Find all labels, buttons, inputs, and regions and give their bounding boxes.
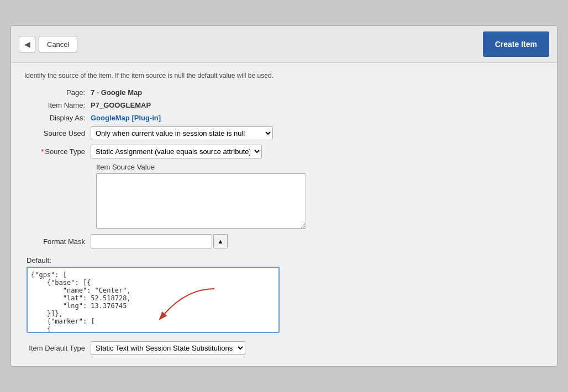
item-source-label: Item Source Value [96, 163, 544, 171]
source-type-label: *Source Type [24, 147, 91, 156]
source-used-select[interactable]: Only when current value in session state… [91, 126, 273, 140]
display-as-row: Display As: GoogleMap [Plug-in] [24, 114, 544, 122]
default-textarea-wrapper [27, 267, 544, 335]
toolbar: ◀ Cancel Create Item [11, 26, 557, 63]
format-mask-popup-button[interactable]: ▲ [213, 234, 228, 248]
default-textarea[interactable] [27, 267, 280, 333]
cancel-button[interactable]: Cancel [39, 36, 77, 52]
item-name-value: P7_GOOGLEMAP [91, 101, 151, 109]
back-button[interactable]: ◀ [19, 36, 35, 52]
source-type-select[interactable]: Static Assignment (value equals source a… [91, 145, 262, 158]
item-default-type-label: Item Default Type [24, 344, 91, 352]
content-area: Identify the source of the item. If the … [11, 63, 557, 366]
description-text: Identify the source of the item. If the … [24, 72, 544, 80]
item-name-label: Item Name: [24, 101, 91, 109]
item-name-row: Item Name: P7_GOOGLEMAP [24, 101, 544, 109]
format-mask-input[interactable] [91, 234, 212, 248]
format-mask-row: Format Mask ▲ [24, 234, 544, 248]
required-star: * [41, 147, 44, 156]
item-source-textarea[interactable] [96, 173, 306, 229]
page-label: Page: [24, 88, 91, 97]
default-label: Default: [27, 256, 544, 264]
create-item-button[interactable]: Create Item [483, 31, 549, 57]
default-section: Default: [24, 256, 544, 335]
display-as-label: Display As: [24, 114, 91, 122]
format-mask-label: Format Mask [24, 237, 91, 246]
item-default-type-select[interactable]: Static Text with Session State Substitut… [91, 341, 245, 355]
page-row: Page: 7 - Google Map [24, 88, 544, 97]
toolbar-left: ◀ Cancel [19, 36, 77, 52]
item-source-section: Item Source Value [24, 163, 544, 229]
source-type-row: *Source Type Static Assignment (value eq… [24, 145, 544, 158]
source-used-label: Source Used [24, 129, 91, 137]
source-used-row: Source Used Only when current value in s… [24, 126, 544, 140]
page-container: ◀ Cancel Create Item Identify the source… [10, 25, 558, 367]
page-value: 7 - Google Map [91, 88, 142, 97]
item-default-type-row: Item Default Type Static Text with Sessi… [24, 341, 544, 355]
display-as-value: GoogleMap [Plug-in] [91, 114, 161, 122]
